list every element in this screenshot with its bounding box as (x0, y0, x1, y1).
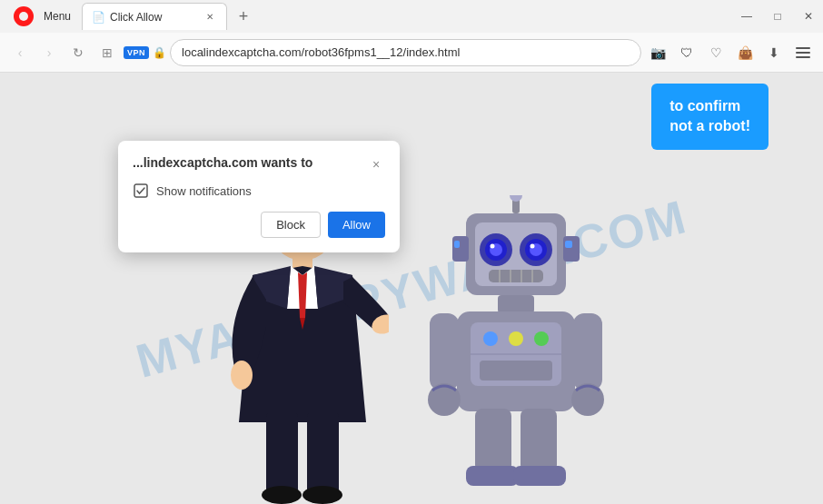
svg-point-20 (262, 486, 302, 504)
svg-point-48 (534, 331, 549, 346)
reload-button[interactable]: ↻ (65, 40, 91, 65)
svg-point-21 (302, 486, 342, 504)
svg-rect-50 (480, 361, 552, 380)
window-controls: — □ ✕ (732, 4, 823, 29)
svg-point-32 (491, 244, 495, 249)
chrome-top-bar: Menu 📄 Click Allow ✕ + — □ ✕ (0, 0, 823, 33)
svg-rect-40 (454, 241, 460, 248)
ham-line-1 (796, 47, 810, 49)
camera-button[interactable]: 📷 (645, 40, 670, 65)
shield-button[interactable]: 🛡 (674, 40, 699, 65)
browser-frame: Menu 📄 Click Allow ✕ + — □ ✕ ‹ › ↻ ⊞ (0, 0, 823, 504)
nav-bar: ‹ › ↻ ⊞ VPN 🔒 localindexcaptcha.com/robo… (0, 33, 823, 73)
svg-rect-0 (134, 184, 147, 197)
notification-permission-icon (133, 183, 149, 199)
svg-point-52 (428, 383, 461, 416)
svg-point-46 (483, 331, 498, 346)
svg-point-23 (510, 195, 522, 202)
new-tab-button[interactable]: + (231, 4, 256, 29)
vpn-badge: VPN (124, 46, 149, 59)
url-text: localindexcaptcha.com/robot36fpms1__12/i… (182, 45, 630, 59)
svg-rect-41 (563, 236, 580, 262)
popup-close-button[interactable]: × (367, 155, 385, 173)
svg-rect-58 (513, 466, 566, 486)
opera-menu-button[interactable] (5, 4, 42, 29)
svg-rect-43 (498, 295, 534, 313)
ham-line-3 (796, 56, 810, 58)
svg-rect-55 (475, 409, 511, 472)
block-button[interactable]: Block (261, 212, 321, 238)
forward-button[interactable]: › (36, 40, 62, 65)
close-button[interactable]: ✕ (794, 4, 823, 29)
svg-rect-53 (573, 313, 602, 390)
download-button[interactable]: ⬇ (761, 40, 787, 65)
bookmark-button[interactable]: ♡ (703, 40, 729, 65)
blue-banner-line1: to confirm (669, 96, 750, 116)
svg-rect-42 (565, 241, 572, 248)
svg-rect-19 (307, 413, 339, 495)
opera-logo-icon (14, 6, 34, 26)
blue-banner-line2: not a robot! (669, 116, 750, 136)
wallet-button[interactable]: 👜 (732, 40, 758, 65)
svg-point-47 (509, 331, 523, 346)
svg-rect-39 (452, 236, 469, 262)
popup-permission-row: Show notifications (133, 183, 385, 199)
popup-header: ...lindexcaptcha.com wants to × (133, 155, 385, 173)
svg-point-54 (571, 383, 604, 416)
svg-rect-34 (489, 270, 543, 282)
allow-button[interactable]: Allow (328, 212, 385, 238)
menu-hamburger-button[interactable] (790, 40, 816, 65)
minimize-button[interactable]: — (732, 4, 761, 29)
address-bar[interactable]: localindexcaptcha.com/robot36fpms1__12/i… (170, 39, 641, 66)
back-button[interactable]: ‹ (7, 40, 33, 65)
svg-rect-56 (521, 409, 557, 472)
svg-point-17 (231, 361, 253, 390)
permission-text: Show notifications (156, 184, 252, 198)
maximize-button[interactable]: □ (763, 4, 792, 29)
popup-site-name: ...lindexcaptcha.com wants to (133, 155, 312, 170)
lock-icon: 🔒 (153, 46, 166, 59)
active-tab[interactable]: 📄 Click Allow ✕ (82, 3, 227, 30)
svg-point-33 (530, 244, 535, 249)
blue-banner: to confirm not a robot! (651, 84, 768, 150)
tab-close-button[interactable]: ✕ (203, 10, 217, 25)
nav-icons-right: 📷 🛡 ♡ 👜 ⬇ (645, 40, 816, 65)
svg-rect-57 (466, 466, 519, 486)
svg-rect-51 (430, 313, 459, 390)
left-controls: Menu (0, 4, 82, 29)
notification-popup: ...lindexcaptcha.com wants to × Show not… (118, 141, 400, 252)
tab-title: Click Allow (110, 11, 197, 24)
menu-label: Menu (44, 10, 71, 23)
robot-figure (425, 195, 607, 504)
popup-actions: Block Allow (133, 212, 385, 238)
content-area: MYANTISPYWARE.COM to confirm not a robot… (0, 73, 823, 504)
extensions-button[interactable]: ⊞ (94, 40, 120, 65)
svg-rect-18 (266, 413, 298, 495)
tab-favicon-icon: 📄 (92, 11, 104, 24)
ham-line-2 (796, 52, 810, 54)
